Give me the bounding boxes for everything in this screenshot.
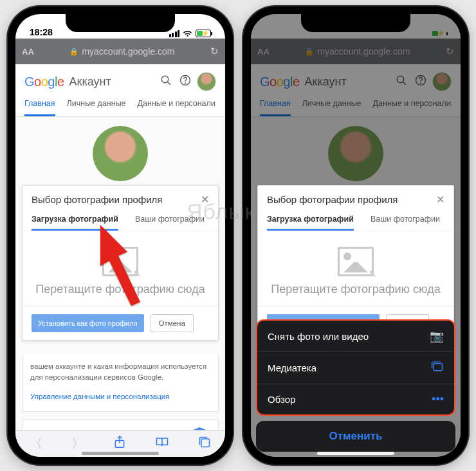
page-content: Google Аккаунт Главная — [15, 64, 225, 430]
screen-left: 18:28 ⚡ AA 🔒 myaccount.google.com ↻ — [15, 14, 225, 457]
manage-data-link[interactable]: Управление данными и персонализация — [30, 391, 210, 402]
help-icon[interactable] — [178, 75, 193, 89]
status-right: ⚡ — [405, 30, 447, 37]
signal-icon — [405, 30, 416, 37]
wifi-icon — [183, 30, 192, 37]
url-display[interactable]: 🔒 myaccount.google.com — [275, 46, 441, 57]
google-logo: Google — [24, 75, 64, 89]
forward-icon[interactable]: 〉 — [71, 435, 84, 452]
tab-data[interactable]: Данные и персонализ… — [138, 99, 216, 116]
iphone-left: 18:28 ⚡ AA 🔒 myaccount.google.com ↻ — [8, 6, 233, 465]
drop-zone[interactable]: ↖ Перетащите фотографию сюда — [23, 231, 218, 306]
svg-rect-11 — [434, 364, 442, 371]
status-right: ⚡ — [169, 30, 212, 37]
dialog-title: Выбор фотографии профиля — [32, 194, 201, 205]
more-icon: ••• — [432, 393, 444, 406]
google-tabs: Главная Личные данные Данные и персонали… — [24, 99, 216, 116]
lock-icon: 🔒 — [69, 48, 78, 56]
text-size-button[interactable]: AA — [22, 47, 34, 57]
safari-address-bar[interactable]: AA 🔒 myaccount.google.com ↻ — [15, 39, 225, 64]
back-icon[interactable]: 〈 — [30, 435, 42, 452]
svg-point-10 — [421, 83, 421, 84]
profile-photo-large[interactable] — [93, 126, 148, 181]
sheet-browse[interactable]: Обзор ••• — [257, 384, 454, 414]
sheet-photo-library[interactable]: Медиатека — [257, 352, 454, 384]
screen-right: 18:29 ⚡ AA 🔒 myaccount.google.com ↻ — [251, 14, 461, 457]
url-text: myaccount.google.com — [317, 46, 410, 57]
profile-photo-large[interactable] — [328, 126, 383, 181]
tab-data[interactable]: Данные и персонализ… — [373, 99, 452, 116]
tabs-icon[interactable] — [198, 436, 211, 452]
svg-line-1 — [168, 82, 170, 84]
tab-upload[interactable]: Загрузка фотографий — [32, 211, 118, 231]
signal-icon — [169, 30, 180, 37]
tab-your-photos[interactable]: Ваши фотографии — [135, 211, 205, 231]
cancel-button[interactable]: Отмена — [151, 314, 194, 332]
svg-point-0 — [161, 76, 169, 83]
info-text-block: вашем аккаунте и какая информация исполь… — [22, 355, 219, 412]
safari-address-bar[interactable]: AA 🔒 myaccount.google.com ↻ — [251, 39, 461, 64]
battery-icon: ⚡ — [196, 30, 211, 37]
sheet-take-photo[interactable]: Снять фото или видео 📷 — [257, 321, 454, 352]
tab-personal[interactable]: Личные данные — [67, 99, 126, 116]
status-time: 18:29 — [265, 27, 288, 37]
text-size-button[interactable]: AA — [257, 47, 270, 57]
drop-zone[interactable]: ↖ Перетащите фотографию сюда — [258, 231, 453, 306]
tab-home[interactable]: Главная — [260, 99, 291, 116]
iphone-right: 18:29 ⚡ AA 🔒 myaccount.google.com ↻ — [243, 6, 468, 465]
notch — [301, 14, 410, 32]
drop-text: Перетащите фотографию сюда — [32, 281, 209, 297]
wifi-icon — [418, 30, 428, 37]
bookmarks-icon[interactable] — [155, 436, 169, 451]
account-label: Аккаунт — [305, 75, 347, 89]
security-issues-card[interactable]: Обнаружены проблемы безопасности — [22, 419, 219, 430]
search-icon[interactable] — [158, 75, 174, 89]
url-display[interactable]: 🔒 myaccount.google.com — [39, 46, 205, 57]
tab-upload[interactable]: Загрузка фотографий — [267, 211, 354, 231]
google-header: Google Аккаунт Главная — [15, 64, 225, 117]
status-time: 18:28 — [30, 27, 53, 37]
lock-icon: 🔒 — [305, 48, 314, 56]
photo-picker-dialog: Выбор фотографии профиля ✕ Загрузка фото… — [22, 185, 219, 341]
action-sheet: Снять фото или видео 📷 Медиатека Обзор •… — [256, 319, 455, 452]
google-logo: Google — [260, 75, 300, 89]
tab-your-photos[interactable]: Ваши фотографии — [371, 211, 440, 231]
tab-home[interactable]: Главная — [24, 99, 55, 116]
svg-point-7 — [397, 76, 404, 83]
set-profile-photo-button[interactable]: Установить как фото профиля — [32, 314, 144, 332]
library-icon — [431, 360, 444, 375]
avatar[interactable] — [197, 72, 216, 91]
camera-icon: 📷 — [430, 329, 444, 343]
notch — [66, 14, 175, 32]
svg-rect-5 — [201, 439, 210, 447]
svg-point-3 — [185, 83, 186, 84]
close-icon[interactable]: ✕ — [201, 193, 209, 206]
close-icon[interactable]: ✕ — [436, 193, 444, 206]
home-indicator — [317, 452, 394, 455]
sheet-cancel-button[interactable]: Отменить — [256, 421, 455, 452]
image-placeholder-icon: ↖ — [102, 247, 138, 276]
battery-icon: ⚡ — [431, 30, 446, 37]
tab-personal[interactable]: Личные данные — [302, 99, 362, 116]
help-icon[interactable] — [413, 75, 428, 89]
photo-picker-dialog: Выбор фотографии профиля ✕ Загрузка фото… — [257, 185, 454, 341]
reload-icon[interactable]: ↻ — [446, 46, 454, 57]
home-indicator — [82, 452, 159, 455]
account-label: Аккаунт — [69, 75, 111, 89]
search-icon[interactable] — [394, 75, 409, 89]
url-text: myaccount.google.com — [82, 46, 174, 57]
reload-icon[interactable]: ↻ — [210, 46, 219, 57]
share-icon[interactable] — [113, 435, 126, 452]
svg-line-8 — [403, 82, 406, 84]
image-placeholder-icon: ↖ — [338, 247, 374, 276]
avatar[interactable] — [432, 72, 452, 91]
